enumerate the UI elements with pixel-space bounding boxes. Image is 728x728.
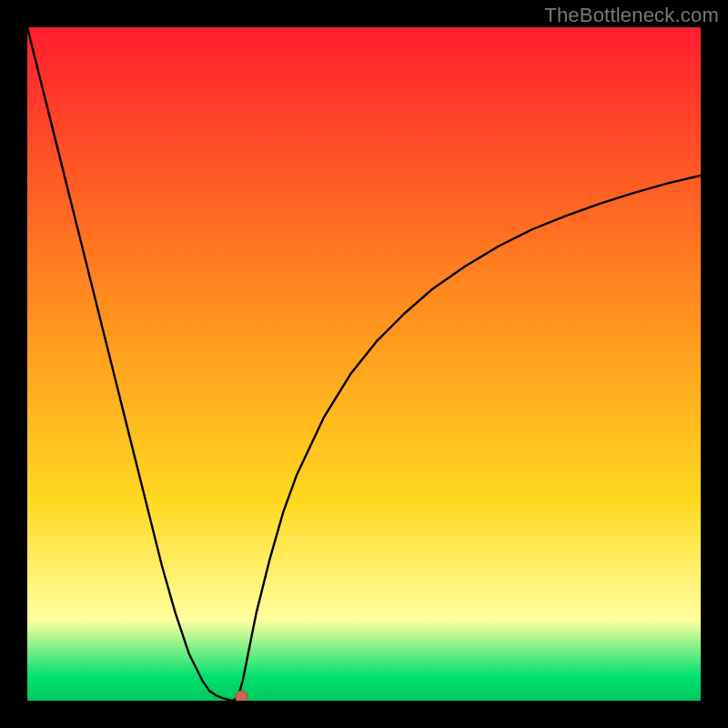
chart-svg bbox=[27, 27, 701, 701]
gradient-background bbox=[27, 27, 701, 701]
watermark-text: TheBottleneck.com bbox=[544, 4, 719, 27]
marker-point bbox=[236, 691, 248, 701]
plot-area bbox=[27, 27, 701, 701]
chart-root: TheBottleneck.com bbox=[0, 0, 728, 728]
